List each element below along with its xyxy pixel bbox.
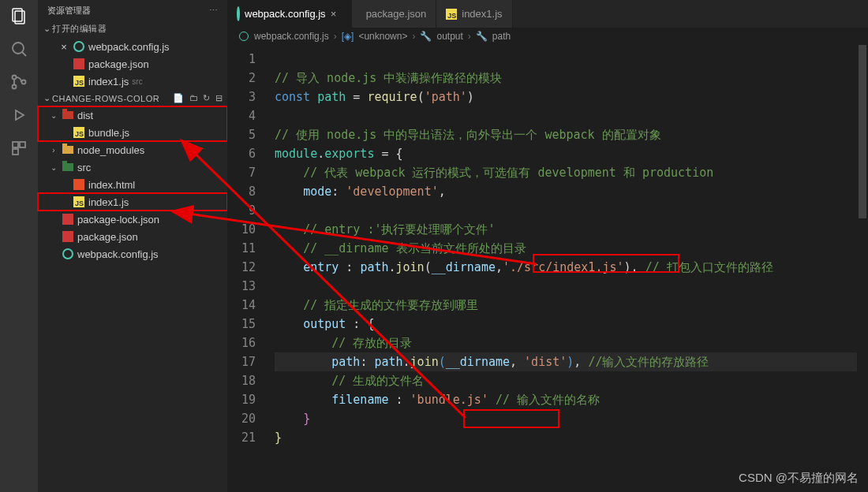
chevron-right-icon: › [334, 31, 337, 42]
file-tag: src [132, 77, 142, 86]
code-token: mode [303, 184, 331, 199]
folder-label: src [77, 162, 91, 173]
code-content[interactable]: // 导入 node.js 中装满操作路径的模块const path = req… [267, 45, 868, 492]
breadcrumb-symbol[interactable]: path [492, 31, 511, 42]
code-token: path [374, 355, 402, 369]
chevron-right-icon: › [468, 31, 471, 42]
gear-icon [237, 8, 240, 20]
close-icon[interactable]: × [58, 41, 69, 53]
tab-package-json[interactable]: package.json [352, 0, 437, 28]
svg-rect-9 [20, 142, 25, 147]
tab-webpack-config[interactable]: webpack.config.js × [227, 0, 352, 28]
watermark: CSDN @不易撞的网名 [739, 471, 859, 486]
code-token: join [396, 260, 425, 274]
svg-point-6 [22, 80, 26, 84]
file-package-lock[interactable]: package-lock.json [38, 211, 227, 228]
file-label: bundle.js [88, 127, 129, 139]
breadcrumb-symbol[interactable]: output [436, 31, 462, 42]
code-comment: //输入文件的存放路径 [588, 355, 709, 369]
js-icon [73, 126, 85, 139]
code-comment: // 指定生成的文件要存放到哪里 [303, 298, 478, 312]
folder-dist[interactable]: ⌄ dist [38, 106, 227, 124]
js-icon [446, 9, 457, 20]
code-token: 'path' [425, 90, 467, 104]
debug-icon[interactable] [9, 106, 28, 125]
code-comment: // __dirname 表示当前文件所处的目录 [303, 241, 526, 255]
code-token: './src/index1.js' [503, 260, 624, 274]
open-editor-item[interactable]: × webpack.config.js [38, 38, 227, 55]
main-area: webpack.config.js × package.json index1.… [227, 0, 868, 492]
code-token: path [331, 355, 360, 369]
bracket-icon: [◈] [342, 31, 354, 42]
collapse-icon[interactable]: ⊟ [215, 93, 223, 103]
file-label: package.json [77, 231, 138, 243]
code-token: = [346, 90, 367, 104]
code-token: output [303, 317, 346, 331]
svg-marker-7 [16, 110, 24, 120]
scrollbar[interactable] [857, 45, 868, 492]
breadcrumb-symbol[interactable]: <unknown> [358, 31, 407, 42]
open-editors-list: × webpack.config.js package.json index1.… [38, 36, 227, 91]
refresh-icon[interactable]: ↻ [203, 93, 211, 103]
code-token: entry [303, 260, 339, 274]
svg-rect-10 [13, 149, 18, 155]
gear-icon [238, 31, 249, 42]
open-editor-item[interactable]: index1.js src [38, 73, 227, 90]
html-icon [73, 178, 85, 191]
activity-bar [0, 0, 38, 492]
chevron-right-icon: › [412, 31, 415, 42]
more-icon[interactable]: ⋯ [209, 6, 218, 16]
wrench-icon: 🔧 [476, 31, 488, 42]
file-label: index1.js [88, 76, 129, 88]
code-token: module [275, 147, 317, 161]
tab-label: package.json [366, 8, 427, 20]
line-numbers: 123456789101112131415161718192021 [227, 45, 267, 492]
file-bundle-js[interactable]: bundle.js [38, 124, 227, 141]
file-package-json[interactable]: package.json [38, 228, 227, 245]
open-editor-item[interactable]: package.json [38, 55, 227, 73]
project-actions: 📄 🗀 ↻ ⊟ [173, 93, 223, 103]
chevron-down-icon: ⌄ [49, 163, 58, 172]
code-token: 'bundle.js' [410, 393, 488, 407]
file-label: package.json [88, 58, 149, 70]
tab-index1-js[interactable]: index1.js [436, 0, 512, 28]
file-index-html[interactable]: index.html [38, 176, 227, 193]
breadcrumb[interactable]: webpack.config.js › [◈] <unknown> › 🔧 ou… [227, 28, 868, 45]
tab-label: webpack.config.js [245, 8, 326, 20]
folder-node-modules[interactable]: › node_modules [38, 141, 227, 158]
wrench-icon: 🔧 [420, 31, 432, 42]
svg-point-2 [13, 43, 24, 54]
code-comment: // 导入 node.js 中装满操作路径的模块 [275, 71, 502, 85]
new-file-icon[interactable]: 📄 [173, 93, 185, 103]
source-control-icon[interactable] [9, 73, 28, 91]
file-label: package-lock.json [77, 214, 159, 226]
sidebar: 资源管理器 ⋯ ⌄ 打开的编辑器 × webpack.config.js pac… [38, 0, 227, 492]
breadcrumb-file[interactable]: webpack.config.js [254, 31, 329, 42]
editor[interactable]: 123456789101112131415161718192021 // 导入 … [227, 45, 868, 492]
gear-icon [73, 40, 85, 53]
npm-icon [73, 58, 85, 70]
project-header[interactable]: ⌄ CHANGE-ROWS-COLOR 📄 🗀 ↻ ⊟ [38, 91, 227, 105]
search-icon[interactable] [9, 39, 28, 58]
file-webpack-config[interactable]: webpack.config.js [38, 245, 227, 263]
scrollbar-thumb[interactable] [859, 45, 866, 218]
extensions-icon[interactable] [9, 139, 28, 158]
code-token: exports [324, 147, 374, 161]
sidebar-title: 资源管理器 ⋯ [38, 0, 227, 21]
code-token: __dirname [432, 260, 496, 274]
folder-label: node_modules [77, 144, 144, 156]
open-editors-header[interactable]: ⌄ 打开的编辑器 [38, 21, 227, 36]
file-index1-js[interactable]: index1.js [38, 193, 227, 211]
new-folder-icon[interactable]: 🗀 [189, 93, 199, 103]
tab-bar: webpack.config.js × package.json index1.… [227, 0, 868, 28]
folder-src[interactable]: ⌄ src [38, 158, 227, 176]
explorer-icon[interactable] [9, 6, 28, 25]
close-icon[interactable]: × [331, 8, 342, 20]
file-label: webpack.config.js [77, 248, 159, 260]
code-token: 'dist' [524, 355, 567, 369]
code-comment: // 输入文件的名称 [496, 393, 600, 407]
file-label: index.html [88, 179, 135, 191]
chevron-right-icon: › [49, 146, 58, 155]
folder-icon [62, 144, 74, 156]
code-token: path [360, 260, 388, 274]
